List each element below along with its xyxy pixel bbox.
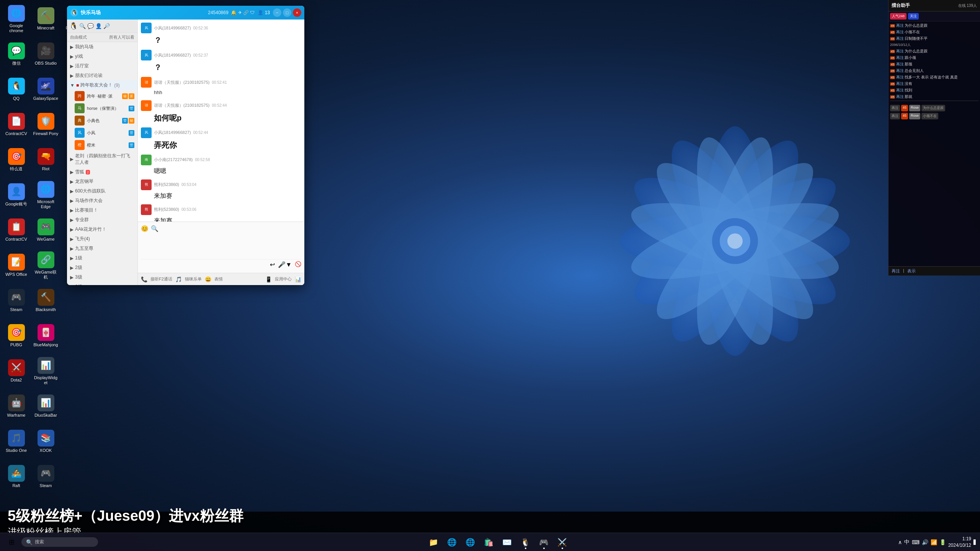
group-600[interactable]: ▶ 600大作战联队	[67, 186, 137, 196]
group-laoliu[interactable]: ▶ 老刘（四躺别坐往东一打飞三人者	[67, 151, 137, 167]
desktop-icon-google[interactable]: 👤 Google账号	[2, 178, 31, 212]
msg-sender-3: 谐谐（天悦服）(2100182575)	[154, 103, 210, 108]
show-desktop-button[interactable]: ▋	[973, 540, 977, 545]
group-lv6[interactable]: ▶ 6级	[67, 282, 137, 285]
desktop-icon-obs[interactable]: 🎥 OBS Studio	[31, 37, 60, 72]
desktop-icon-studio[interactable]: 🎵 Studio One	[2, 424, 31, 459]
tray-arrow[interactable]: ∧	[898, 539, 902, 545]
desktop-icon-cv2[interactable]: 📋 ContractCV	[2, 213, 31, 248]
desktop-icon-firewall[interactable]: 🛡️ Firewall Pony	[31, 108, 60, 142]
desktop-icon-wegame2[interactable]: 🔗 WeGame联机	[31, 248, 60, 283]
tray-layout[interactable]: ⌨	[912, 539, 920, 545]
temudao-icon: 🎯	[8, 148, 25, 165]
desktop-icon-chrome[interactable]: 🌐 Google chrome	[2, 2, 31, 36]
desktop-icon-dluoskabar[interactable]: 📊 DluoSkaBar	[31, 389, 60, 424]
tray-network[interactable]: 📶	[931, 539, 937, 545]
search-chat-button[interactable]: 🔍	[151, 225, 158, 232]
desktop-icon-edge[interactable]: 🌐 Microsoft Edge	[31, 178, 60, 212]
svg-point-14	[727, 233, 743, 249]
apps-button[interactable]: 应用中心	[275, 276, 292, 282]
tray-volume[interactable]: 🔊	[922, 539, 928, 545]
contact-xiaodian[interactable]: 典 小典色 管 秘	[67, 114, 137, 127]
group-lv2[interactable]: ▶ 2级	[67, 263, 137, 272]
emoji-bottom-button[interactable]: 表情	[214, 276, 223, 282]
group-xuehuo[interactable]: ▶ 雪狐 2	[67, 167, 137, 177]
taskbar-store[interactable]: 🛍️	[480, 535, 497, 550]
send-options-button[interactable]: ↩	[270, 261, 275, 268]
live-badge-1: 人气248	[890, 13, 906, 20]
group-lv1[interactable]: ▶ 1级	[67, 253, 137, 263]
taskbar-chrome[interactable]: 🌐	[462, 535, 479, 550]
taskbar-steam-running[interactable]: 🎮	[536, 535, 552, 550]
contact-list[interactable]: ▶ 我的马场 ▶ yì戏 ▶ 活厅室 ▶ 朋友们讨论诶	[67, 42, 137, 285]
taskbar-edge[interactable]: 🌐	[444, 535, 461, 550]
desktop-icon-wegame[interactable]: 🎮 WeGame	[31, 213, 60, 248]
taskbar-search[interactable]: 🔍 搜索	[21, 537, 98, 547]
contact-xiaofeng[interactable]: 风 小风 管	[67, 127, 137, 139]
close-button[interactable]: ×	[293, 8, 301, 17]
group-lv3[interactable]: ▶ 3级	[67, 272, 137, 282]
group-machangban[interactable]: ▶ 马场作伴大会	[67, 196, 137, 205]
riot-label: Riot	[42, 166, 50, 171]
maximize-button[interactable]: □	[283, 8, 291, 17]
apps-icon: 📱	[265, 276, 272, 282]
taskbar-mail[interactable]: ✉️	[499, 535, 516, 550]
desktop-icon-minecraft[interactable]: ⛏️ Minecraft	[31, 2, 60, 36]
taskbar-explorer[interactable]: 📁	[425, 535, 442, 550]
msg-content-0: ？	[154, 34, 301, 46]
desktop-icon-wechat[interactable]: 💬 微信	[2, 37, 31, 72]
group-huo-ting[interactable]: ▶ 活厅室	[67, 61, 137, 71]
contact-horse[interactable]: 马 horse（保警演） 管	[67, 102, 137, 114]
desktop-icon-warframe[interactable]: 🤖 Warframe	[2, 389, 31, 424]
tray-battery[interactable]: 🔋	[939, 539, 946, 545]
close-chat-button[interactable]: 🚫	[295, 261, 301, 268]
taskbar-qq-running[interactable]: 🐧	[517, 535, 534, 550]
desktop-icon-riot[interactable]: 🔫 Riot	[31, 143, 60, 177]
msg-content-1: ？	[154, 62, 301, 73]
desktop-icon-xook[interactable]: 📚 XOOK	[31, 424, 60, 459]
desktop-icon-galaxy[interactable]: 🌌 GalaxySpace	[31, 72, 60, 107]
group-friends[interactable]: ▶ 朋友们讨论诶	[67, 71, 137, 80]
desktop-icon-qq[interactable]: 🐧 QQ	[2, 72, 31, 107]
group-my-farm[interactable]: ▶ 我的马场	[67, 42, 137, 52]
group-longong[interactable]: ▶ 龙宫钢琴	[67, 177, 137, 186]
google-icon: 👤	[8, 183, 25, 200]
desktop-icon-steam[interactable]: 🎮 Steam	[2, 284, 31, 318]
desktop-icon-blacksmith[interactable]: 🔨 Blacksmith	[31, 284, 60, 318]
group-jiuwu[interactable]: ▶ 九五至尊	[67, 244, 137, 253]
voice-button[interactable]: 🎤▼	[278, 261, 292, 268]
live-gifts-row: 再注 45 Rose 为什么总是跟	[890, 105, 978, 111]
group-feisheng[interactable]: ▶ 飞升(4)	[67, 234, 137, 244]
group-yi-xi[interactable]: ▶ yì戏	[67, 52, 137, 61]
group-bisai[interactable]: ▶ 比赛项目！	[67, 205, 137, 215]
badges-1: 秘 派	[122, 93, 134, 99]
group-zhuanye[interactable]: ▶ 专业群	[67, 215, 137, 225]
taskbar-game-running[interactable]: ⚔️	[554, 535, 571, 550]
riot-icon: 🔫	[38, 148, 54, 165]
start-button[interactable]: ⊞	[3, 535, 20, 550]
desktop-icon-wps[interactable]: 📝 WPS Office	[2, 248, 31, 283]
desktop-icon-mahjong[interactable]: 🀄 BlueMahjong	[31, 319, 60, 353]
minimize-button[interactable]: −	[273, 8, 281, 17]
desktop-icon-cv[interactable]: 📄 ContractCV	[2, 108, 31, 142]
desktop-icon-dota[interactable]: ⚔️ Dota2	[2, 354, 31, 388]
desktop-icon-steam2[interactable]: 🎮 Steam	[31, 460, 60, 494]
desktop-icon-raft[interactable]: 🚣 Raft	[2, 460, 31, 494]
call-button[interactable]: 接听F2通话	[150, 276, 172, 282]
live-follow-btn[interactable]: 再注	[892, 268, 900, 274]
desktop-icon-displaywidget[interactable]: 📊 DisplayWidget	[31, 354, 60, 388]
clock[interactable]: 1:19 2024/10/12	[948, 536, 971, 549]
tray-cn[interactable]: 中	[904, 539, 910, 546]
contact-kuanian-1[interactable]: 跨 跨年 ·秘密 ·派 秘 派	[67, 90, 137, 102]
music-button[interactable]: 猫咪乐单	[185, 276, 202, 282]
contact-chengmi[interactable]: 橙 橙米 管	[67, 139, 137, 151]
edge-label: Microsoft Edge	[33, 199, 59, 209]
group-kuanian[interactable]: ▼ ■ 跨年歌友大会！ (9)	[67, 80, 137, 90]
group-aak[interactable]: ▶ AAk花龙许竹！	[67, 225, 137, 234]
emoji-button[interactable]: 😊	[141, 225, 149, 232]
live-share-btn[interactable]: 表示	[907, 268, 916, 274]
qq-user-id: 24540869 🔔 ✈ 🔗 🛡	[208, 10, 255, 15]
desktop-icon-pubg[interactable]: 🎯 PUBG	[2, 319, 31, 353]
desktop-icon-temudao[interactable]: 🎯 特么道	[2, 143, 31, 177]
chat-input-field[interactable]	[141, 235, 301, 258]
